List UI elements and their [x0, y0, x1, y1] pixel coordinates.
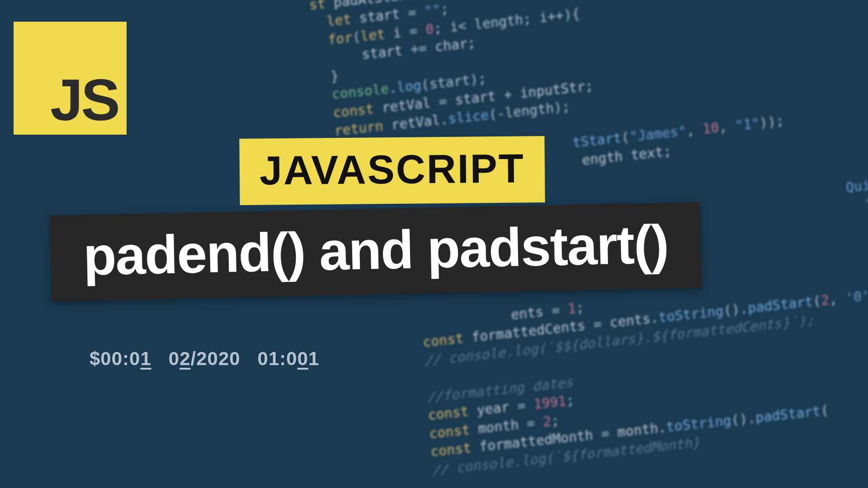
js-logo: JS — [14, 22, 127, 135]
subtitle-bar: padend() and padstart() — [50, 202, 702, 301]
examples-row: $00:01 02/2020 01:001 — [90, 348, 319, 370]
example-1: $00:01 — [90, 348, 151, 370]
title-badge: JAVASCRIPT — [239, 136, 545, 205]
js-logo-text: JS — [50, 70, 118, 129]
subtitle-text: padend() and padstart() — [83, 213, 669, 286]
example-2: 02/2020 — [169, 348, 241, 370]
example-3: 01:001 — [258, 348, 320, 370]
title-text: JAVASCRIPT — [259, 145, 525, 193]
